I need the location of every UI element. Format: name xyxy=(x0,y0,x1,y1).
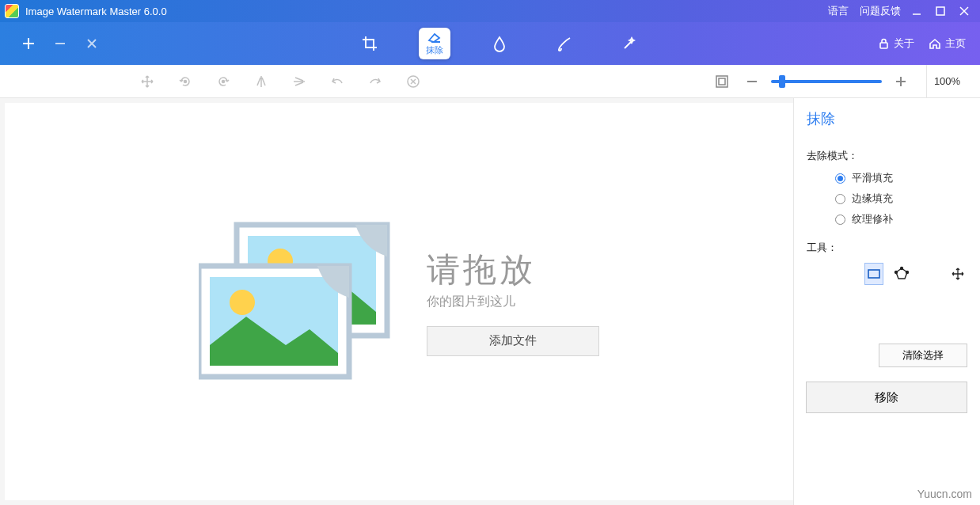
svg-point-10 xyxy=(184,80,187,82)
zoom-slider-thumb[interactable] xyxy=(779,75,785,88)
zoom-slider[interactable] xyxy=(771,80,882,83)
app-title: Image Watermark Master 6.0.0 xyxy=(25,6,167,17)
delete-icon[interactable] xyxy=(394,65,432,98)
home-button[interactable]: 主页 xyxy=(929,36,966,51)
svg-point-11 xyxy=(222,80,225,82)
tools-row xyxy=(808,263,967,285)
watermark-text: Yuucn.com xyxy=(917,488,972,500)
right-button-group: 关于 主页 xyxy=(878,36,980,51)
rotate-left-icon[interactable] xyxy=(166,65,204,98)
svg-point-28 xyxy=(906,271,909,274)
crop-tool[interactable] xyxy=(354,28,386,59)
tool-mode-group: 抹除 xyxy=(120,28,878,59)
svg-rect-15 xyxy=(716,76,727,87)
undo-icon[interactable] xyxy=(318,65,356,98)
redo-icon[interactable] xyxy=(356,65,394,98)
pen-select-icon[interactable] xyxy=(921,263,939,285)
add-files-button[interactable]: 添加文件 xyxy=(427,326,599,356)
radio-texture-repair[interactable]: 纹理修补 xyxy=(835,212,967,226)
erase-tool-label: 抹除 xyxy=(426,44,443,56)
sub-toolbar: 100% xyxy=(0,65,980,98)
close-file-button[interactable] xyxy=(83,35,101,52)
move-select-icon[interactable] xyxy=(949,263,967,285)
flip-vertical-icon[interactable] xyxy=(280,65,318,98)
flip-horizontal-icon[interactable] xyxy=(242,65,280,98)
remove-button[interactable]: 移除 xyxy=(806,382,967,413)
drop-title: 请拖放 xyxy=(427,248,536,292)
eraser-select-icon[interactable] xyxy=(836,263,854,285)
drop-subtitle: 你的图片到这儿 xyxy=(427,294,515,310)
rotate-right-icon[interactable] xyxy=(204,65,242,98)
magic-wand-tool[interactable] xyxy=(613,28,645,59)
about-button[interactable]: 关于 xyxy=(878,36,914,51)
zoom-label: 100% xyxy=(926,65,967,98)
svg-point-25 xyxy=(230,290,255,315)
zoom-group: 100% xyxy=(711,65,980,98)
move-icon[interactable] xyxy=(128,65,166,98)
canvas-area[interactable]: 请拖放 你的图片到这儿 添加文件 xyxy=(5,103,793,500)
close-button[interactable] xyxy=(956,3,972,19)
svg-rect-16 xyxy=(719,78,725,85)
remove-file-button[interactable] xyxy=(51,35,69,52)
titlebar: Image Watermark Master 6.0.0 语言 问题反馈 xyxy=(0,0,980,22)
radio-edge-fill[interactable]: 边缘填充 xyxy=(835,192,967,206)
add-file-button[interactable] xyxy=(20,35,37,52)
rectangle-select-icon[interactable] xyxy=(864,263,883,285)
svg-rect-9 xyxy=(880,43,887,48)
radio-smooth-fill[interactable]: 平滑填充 xyxy=(835,171,967,185)
clear-selection-button[interactable]: 清除选择 xyxy=(879,344,967,367)
minimize-button[interactable] xyxy=(909,3,925,19)
right-panel: 抹除 去除模式： 平滑填充 边缘填充 纹理修补 工具： 清除选择 移除 xyxy=(793,98,980,505)
language-link[interactable]: 语言 xyxy=(828,4,849,18)
app-logo-icon xyxy=(5,4,19,18)
brush-select-icon[interactable] xyxy=(808,263,826,285)
placeholder-image-icon xyxy=(199,218,405,385)
erase-tool[interactable]: 抹除 xyxy=(419,28,450,59)
maximize-button[interactable] xyxy=(933,3,948,19)
feedback-link[interactable]: 问题反馈 xyxy=(860,4,901,18)
brush-tool[interactable] xyxy=(549,28,580,59)
svg-point-29 xyxy=(895,271,898,274)
fit-screen-icon[interactable] xyxy=(711,70,733,93)
mode-label: 去除模式： xyxy=(807,149,967,163)
main-toolbar: 抹除 关于 主页 xyxy=(0,22,980,65)
file-button-group xyxy=(0,22,120,65)
panel-title: 抹除 xyxy=(807,109,967,128)
svg-point-27 xyxy=(901,268,903,270)
workspace: 请拖放 你的图片到这儿 添加文件 抹除 去除模式： 平滑填充 边缘填充 纹理修补… xyxy=(0,98,980,505)
svg-rect-26 xyxy=(868,270,879,278)
zoom-out-button[interactable] xyxy=(741,70,763,93)
water-drop-tool[interactable] xyxy=(484,28,515,59)
drop-zone: 请拖放 你的图片到这儿 添加文件 xyxy=(199,218,599,385)
svg-rect-1 xyxy=(936,7,944,15)
zoom-in-button[interactable] xyxy=(890,70,912,93)
polygon-select-icon[interactable] xyxy=(893,263,911,285)
tools-label: 工具： xyxy=(807,241,967,255)
